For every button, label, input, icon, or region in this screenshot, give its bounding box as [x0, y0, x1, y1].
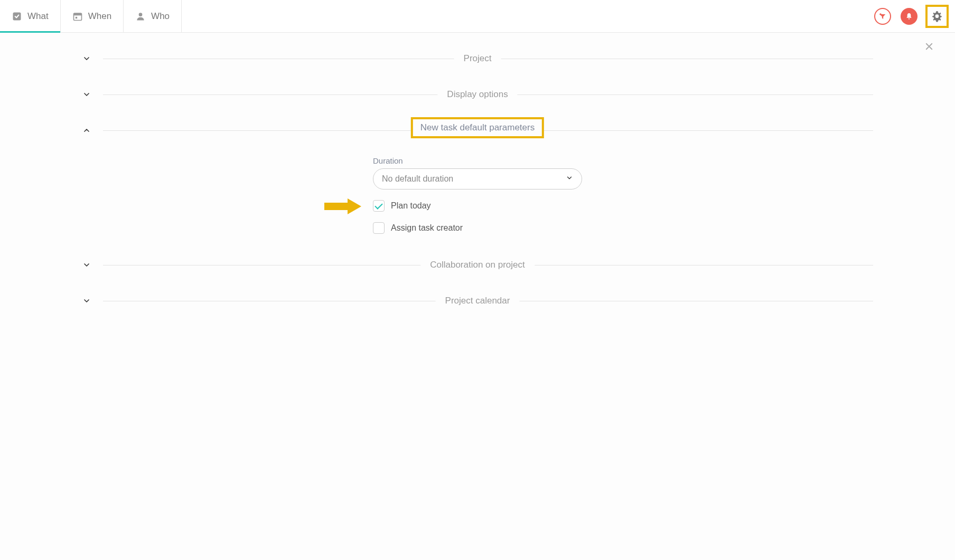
chevron-down-icon — [82, 260, 91, 270]
svg-rect-3 — [76, 16, 77, 18]
arrow-callout — [324, 198, 361, 214]
duration-form-group: Duration No default duration — [373, 156, 582, 234]
section-display-title: Display options — [447, 89, 508, 99]
person-icon — [135, 11, 146, 22]
tab-what-label: What — [27, 11, 49, 22]
settings-button[interactable] — [928, 7, 947, 26]
header-actions — [873, 5, 955, 28]
section-project: Project — [82, 49, 873, 69]
section-newtask-body: Duration No default duration — [82, 140, 873, 239]
section-project-title-wrap: Project — [454, 53, 501, 64]
section-display: Display options — [82, 84, 873, 105]
calendar-icon — [72, 11, 83, 22]
chevron-down-icon — [566, 174, 573, 184]
section-collab-header[interactable]: Collaboration on project — [82, 255, 873, 275]
gear-icon — [931, 11, 943, 22]
chevron-down-icon — [82, 90, 91, 99]
chevron-down-icon — [82, 296, 91, 306]
section-newtask-header[interactable]: New task default parameters — [82, 120, 873, 140]
duration-placeholder: No default duration — [382, 174, 453, 184]
plan-today-row: Plan today — [373, 200, 582, 212]
duration-select[interactable]: No default duration — [373, 168, 582, 189]
section-calendar-title-wrap: Project calendar — [436, 296, 520, 306]
tab-what[interactable]: What — [0, 0, 61, 32]
section-collab-title: Collaboration on project — [430, 260, 525, 270]
section-calendar-header[interactable]: Project calendar — [82, 291, 873, 311]
check-icon — [12, 11, 22, 22]
section-newtask-title: New task default parameters — [420, 122, 535, 132]
tab-when-label: When — [88, 11, 111, 22]
section-calendar: Project calendar — [82, 291, 873, 311]
svg-point-6 — [935, 15, 939, 18]
section-newtask: New task default parameters Duration No … — [82, 120, 873, 239]
settings-content: Project Display options New task default… — [0, 33, 955, 311]
bell-icon — [901, 8, 917, 25]
section-display-header[interactable]: Display options — [82, 84, 873, 105]
section-display-title-wrap: Display options — [437, 89, 517, 100]
section-project-title: Project — [464, 53, 492, 63]
svg-point-4 — [139, 13, 143, 16]
section-calendar-title: Project calendar — [445, 296, 510, 306]
section-collab-title-wrap: Collaboration on project — [420, 260, 535, 270]
section-collab: Collaboration on project — [82, 255, 873, 275]
assign-creator-label[interactable]: Assign task creator — [391, 223, 463, 233]
section-newtask-highlight: New task default parameters — [411, 117, 544, 138]
arrow-icon — [324, 198, 361, 214]
plan-today-label[interactable]: Plan today — [391, 201, 431, 211]
section-project-header[interactable]: Project — [82, 49, 873, 69]
chevron-up-icon — [82, 126, 91, 135]
chevron-down-icon — [82, 54, 91, 63]
filter-button[interactable] — [873, 6, 893, 26]
plan-today-checkbox[interactable] — [373, 200, 385, 212]
assign-creator-checkbox[interactable] — [373, 222, 385, 234]
duration-label: Duration — [373, 156, 582, 165]
filter-icon — [874, 8, 891, 25]
tab-when[interactable]: When — [61, 0, 124, 32]
header: What When Who — [0, 0, 955, 33]
assign-creator-row: Assign task creator — [373, 222, 582, 234]
svg-point-5 — [879, 13, 882, 15]
settings-button-highlight — [925, 5, 949, 28]
tab-who-label: Who — [151, 11, 170, 22]
tabs: What When Who — [0, 0, 182, 32]
notifications-button[interactable] — [899, 6, 919, 26]
tab-who[interactable]: Who — [124, 0, 182, 32]
svg-rect-2 — [73, 13, 81, 15]
